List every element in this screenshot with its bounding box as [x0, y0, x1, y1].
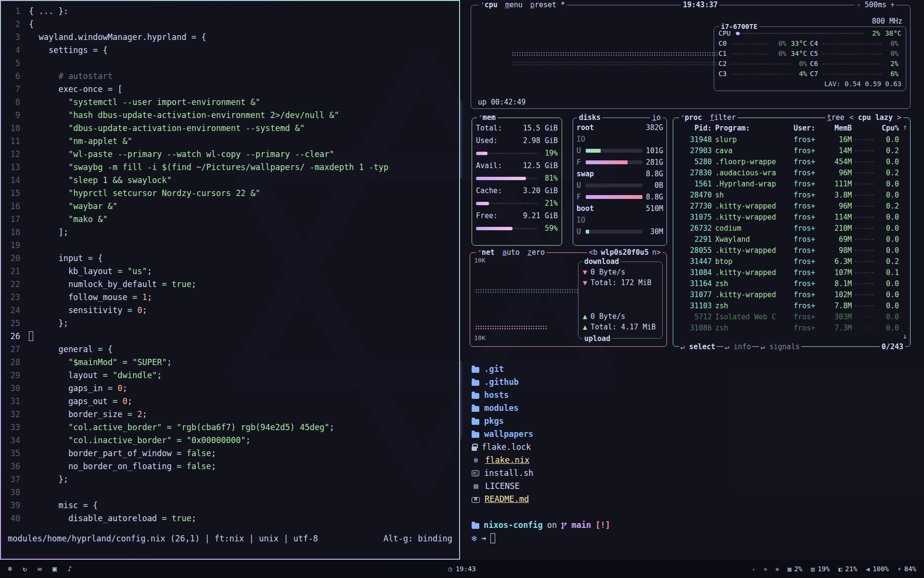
scroll-down-icon[interactable]: ↓ [903, 332, 907, 341]
editor-line[interactable]: 22 numlock_by_default = true; [1, 278, 459, 291]
process-row[interactable]: 31164zshfros+8.1M0.0 [676, 278, 908, 289]
process-row[interactable]: 27830.audacious-wrafros+96M0.2 [676, 167, 908, 178]
editor-line[interactable]: 40 disable_autoreload = true; [1, 512, 459, 525]
menu-button[interactable]: menu [505, 0, 523, 9]
line-number: 6 [1, 70, 20, 83]
cpu-cores-right: C40%C50%C62%C76% [810, 39, 901, 79]
process-row[interactable]: 5280.floorp-wrappefros+454M0.0 [676, 156, 908, 167]
editor-line[interactable]: 29 layout = "dwindle"; [1, 369, 459, 382]
interval-decrease-button[interactable]: - [857, 0, 861, 9]
editor-line[interactable]: 14 "sleep 1 && swaylock" [1, 174, 459, 187]
process-row[interactable]: 31075.kitty-wrappedfros+114M0.0 [676, 211, 908, 223]
mem-meter: 59% [476, 222, 558, 235]
editor-line[interactable]: 1{ ... }: [1, 5, 459, 18]
editor-window[interactable]: 1{ ... }:2{3 wayland.windowManager.hyprl… [0, 0, 460, 560]
filter-button[interactable]: filter [710, 113, 736, 122]
taskbar-clock[interactable]: ◷ 19:43 [448, 565, 476, 573]
process-row[interactable]: 31077.kitty-wrappedfros+102M0.0 [676, 289, 908, 300]
signals-action-button[interactable]: ↵ signals [759, 342, 801, 351]
editor-line[interactable]: 27 general = { [1, 343, 459, 356]
prompt-directory: nixos-config [484, 519, 543, 532]
editor-line[interactable]: 2{ [1, 18, 459, 31]
editor-line[interactable]: 32 border_size = 2; [1, 408, 459, 421]
editor-line[interactable]: 35 border_part_of_window = false; [1, 447, 459, 460]
editor-line[interactable]: 37 }; [1, 473, 459, 486]
editor-line[interactable]: 12 "wl-paste --primary --watch wl-copy -… [1, 148, 459, 161]
editor-line[interactable]: 20 input = { [1, 252, 459, 265]
process-row[interactable]: 1561.Hyprland-wrapfros+111M0.0 [676, 178, 908, 189]
editor-line[interactable]: 7 exec-once = [ [1, 83, 459, 96]
editor-line[interactable]: 17 "mako &" [1, 213, 459, 226]
editor-line[interactable]: 36 no_border_on_floating = false; [1, 460, 459, 473]
tray-icon-1[interactable]: ▴ [752, 566, 756, 572]
editor-line[interactable]: 39 misc = { [1, 499, 459, 512]
editor-line[interactable]: 5 [1, 57, 459, 70]
net-interface-switcher[interactable]: <b wlp0s20f0u5 n> [587, 248, 663, 257]
editor-line[interactable]: 34 "col.inactive_border" = "0x00000000"; [1, 434, 459, 447]
process-row[interactable]: 5712Isolated Web Cfros+303M0.0 [676, 311, 908, 322]
terminal-cursor [490, 533, 495, 543]
editor-line[interactable]: 11 "nm-applet &" [1, 135, 459, 148]
editor-line[interactable]: 18 ]; [1, 226, 459, 239]
memory-value: 19% [818, 565, 830, 573]
process-row[interactable]: 27903cavafros+14M0.2 [676, 145, 908, 156]
select-action-button[interactable]: ↵ select [679, 342, 717, 351]
process-row[interactable]: 27730.kitty-wrappedfros+96M0.2 [676, 200, 908, 211]
process-row[interactable]: 26732codiumfros+210M0.0 [676, 223, 908, 234]
net-auto-button[interactable]: auto [502, 248, 520, 257]
editor-line[interactable]: 28 "$mainMod" = "SUPER"; [1, 356, 459, 369]
editor-line[interactable]: 33 "col.active_border" = "rgb(cba6f7) rg… [1, 421, 459, 434]
editor-line[interactable]: 4 settings = { [1, 44, 459, 57]
preset-button[interactable]: preset * [530, 0, 565, 9]
editor-line[interactable]: 21 kb_layout = "us"; [1, 265, 459, 278]
editor-line[interactable]: 19 [1, 239, 459, 252]
code-text: }; [29, 317, 68, 330]
info-action-button[interactable]: ↵ info [723, 342, 752, 351]
volume-stat[interactable]: ◀100% [866, 565, 889, 573]
io-mode-button[interactable]: io [650, 113, 663, 122]
line-number: 21 [1, 265, 20, 278]
brightness-stat[interactable]: ☀84% [898, 565, 916, 573]
tree-toggle-button[interactable]: tree [827, 113, 845, 122]
process-row[interactable]: 2291Xwaylandfros+69M0.0 [676, 234, 908, 245]
editor-line[interactable]: 30 gaps_in = 0; [1, 382, 459, 395]
nix-logo-icon[interactable]: ❄ [8, 565, 12, 573]
messages-icon[interactable]: ✉ [38, 565, 42, 573]
process-row[interactable]: 31447btopfros+6.3M0.2 [676, 256, 908, 267]
folder-icon [472, 406, 479, 412]
music-icon[interactable]: ♪ [67, 565, 72, 573]
process-row[interactable]: 28470shfros+3.8M0.0 [676, 189, 908, 200]
editor-line[interactable]: 23 follow_mouse = 1; [1, 291, 459, 304]
process-row[interactable]: 31086zshfros+7.3M0.0 [676, 322, 908, 333]
interval-increase-button[interactable]: + [890, 0, 895, 9]
line-number: 22 [1, 278, 20, 291]
editor-line[interactable]: 3 wayland.windowManager.hyprland = { [1, 31, 459, 44]
editor-line[interactable]: 16 "waybar &" [1, 200, 459, 213]
tray-icon-2[interactable]: ◆ [764, 566, 767, 572]
editor-buffer[interactable]: 1{ ... }:2{3 wayland.windowManager.hyprl… [1, 1, 459, 525]
line-number: 35 [1, 447, 20, 460]
editor-line[interactable]: 24 sensitivity = 0; [1, 304, 459, 317]
editor-line[interactable]: 9 "hash dbus-update-activation-environme… [1, 109, 459, 122]
editor-line[interactable]: 6 # autostart [1, 70, 459, 83]
display-icon[interactable]: ▣ [52, 565, 57, 573]
sort-column-selector[interactable]: < cpu lazy > [849, 113, 901, 122]
process-row[interactable]: 31948slurpfros+16M0.0 [676, 134, 908, 145]
refresh-icon[interactable]: ↻ [23, 565, 27, 573]
editor-line[interactable]: 10 "dbus-update-activation-environment -… [1, 122, 459, 135]
tray-icon-3[interactable]: ● [776, 566, 779, 572]
editor-line[interactable]: 15 "hyprctl setcursor Nordzy-cursors 22 … [1, 187, 459, 200]
process-row[interactable]: 28055.kitty-wrappedfros+98M0.0 [676, 245, 908, 256]
process-row[interactable]: 31084.kitty-wrappedfros+107M0.1 [676, 267, 908, 278]
editor-line[interactable]: 26 [1, 330, 459, 343]
scroll-up-icon[interactable]: ↑ [903, 123, 907, 131]
terminal-window[interactable]: .git.githubhostsmodulespkgswallpapersfla… [462, 355, 924, 560]
editor-line[interactable]: 8 "systemctl --user import-environment &… [1, 96, 459, 109]
process-row[interactable]: 31103zshfros+7.8M0.0 [676, 300, 908, 311]
editor-line[interactable]: 13 "swaybg -m fill -i $(find ~/Pictures/… [1, 161, 459, 174]
shell-input-line[interactable]: ❄ → [472, 532, 924, 545]
net-zero-button[interactable]: zero [527, 248, 545, 257]
editor-line[interactable]: 31 gaps_out = 0; [1, 395, 459, 408]
editor-line[interactable]: 25 }; [1, 317, 459, 330]
editor-line[interactable]: 38 [1, 486, 459, 499]
